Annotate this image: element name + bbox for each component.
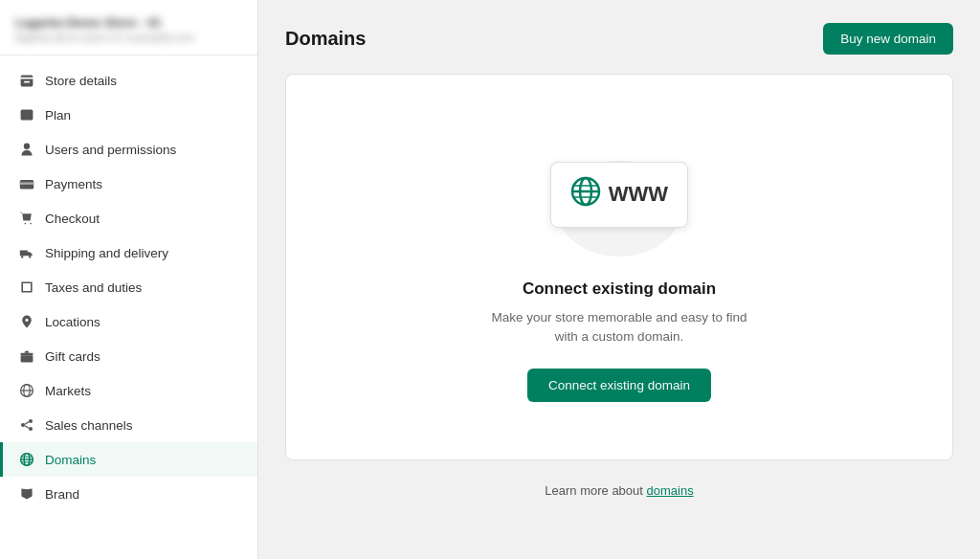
nav-list: Store details Plan Users and permissions…	[0, 56, 257, 559]
sidebar-item-checkout[interactable]: Checkout	[0, 201, 257, 235]
store-header: Lagarka Demo Store - 41 lagarka-demo-sto…	[0, 0, 257, 56]
page-title: Domains	[285, 28, 366, 50]
svg-point-9	[29, 419, 33, 423]
sidebar-item-plan[interactable]: Plan	[0, 98, 257, 132]
domains-card: WWW Connect existing domain Make your st…	[285, 74, 953, 460]
sidebar: Lagarka Demo Store - 41 lagarka-demo-sto…	[0, 0, 258, 559]
payments-icon	[18, 175, 35, 192]
sidebar-label-users-permissions: Users and permissions	[45, 143, 176, 157]
sidebar-item-shipping-delivery[interactable]: Shipping and delivery	[0, 235, 257, 270]
sidebar-label-gift-cards: Gift cards	[45, 349, 100, 364]
sidebar-label-sales-channels: Sales channels	[45, 418, 133, 433]
sidebar-label-taxes-duties: Taxes and duties	[45, 280, 142, 295]
sidebar-item-locations[interactable]: Locations	[0, 304, 257, 339]
checkout-icon	[18, 210, 35, 227]
svg-point-8	[21, 423, 25, 427]
learn-more-text: Learn more about	[545, 483, 643, 498]
store-icon	[18, 72, 35, 89]
learn-more-section: Learn more about domains	[285, 483, 953, 498]
globe-icon-large	[570, 176, 601, 213]
store-name: Lagarka Demo Store - 41	[15, 15, 242, 30]
sidebar-label-domains: Domains	[45, 453, 96, 467]
sidebar-item-gift-cards[interactable]: Gift cards	[0, 339, 257, 373]
sidebar-label-store-details: Store details	[45, 74, 117, 88]
sidebar-label-brand: Brand	[45, 487, 79, 502]
sidebar-label-payments: Payments	[45, 177, 102, 191]
channels-icon	[18, 416, 35, 434]
svg-point-10	[29, 427, 33, 431]
svg-line-11	[25, 422, 29, 424]
connect-existing-title: Connect existing domain	[523, 280, 716, 299]
connect-existing-domain-button[interactable]: Connect existing domain	[527, 369, 711, 402]
sidebar-item-markets[interactable]: Markets	[0, 373, 257, 408]
user-icon	[18, 141, 35, 158]
sidebar-item-payments[interactable]: Payments	[0, 167, 257, 201]
markets-icon	[18, 382, 35, 399]
svg-rect-1	[20, 180, 33, 190]
sidebar-item-brand[interactable]: Brand	[0, 477, 257, 511]
page-header: Domains Buy new domain	[285, 23, 953, 55]
buy-new-domain-button[interactable]: Buy new domain	[823, 23, 953, 55]
svg-rect-4	[21, 353, 33, 355]
domains-icon	[18, 451, 35, 468]
store-subtitle: lagarka-demo-store-41.myshopify.com	[15, 32, 242, 43]
sidebar-label-shipping-delivery: Shipping and delivery	[45, 246, 168, 260]
sidebar-label-markets: Markets	[45, 384, 91, 398]
svg-rect-3	[21, 355, 33, 362]
brand-icon	[18, 485, 35, 503]
taxes-icon	[18, 279, 35, 296]
svg-rect-2	[20, 182, 33, 184]
domain-illustration: WWW	[543, 132, 696, 257]
location-icon	[18, 313, 35, 330]
www-label: WWW	[609, 182, 668, 207]
sidebar-label-plan: Plan	[45, 108, 71, 123]
plan-icon	[18, 106, 35, 123]
truck-icon	[18, 244, 35, 261]
main-content: Domains Buy new domain WWW Connect exist	[258, 0, 980, 559]
sidebar-label-locations: Locations	[45, 315, 100, 329]
sidebar-item-sales-channels[interactable]: Sales channels	[0, 408, 257, 442]
svg-line-12	[25, 426, 29, 428]
sidebar-item-users-permissions[interactable]: Users and permissions	[0, 132, 257, 167]
sidebar-label-checkout: Checkout	[45, 212, 100, 226]
domain-www-card: WWW	[550, 162, 688, 228]
learn-more-link[interactable]: domains	[647, 483, 694, 498]
connect-existing-desc: Make your store memorable and easy to fi…	[485, 308, 753, 347]
svg-rect-0	[21, 109, 33, 120]
gift-icon	[18, 347, 35, 365]
sidebar-item-store-details[interactable]: Store details	[0, 63, 257, 98]
sidebar-item-taxes-duties[interactable]: Taxes and duties	[0, 270, 257, 304]
sidebar-item-domains[interactable]: Domains	[0, 442, 257, 477]
